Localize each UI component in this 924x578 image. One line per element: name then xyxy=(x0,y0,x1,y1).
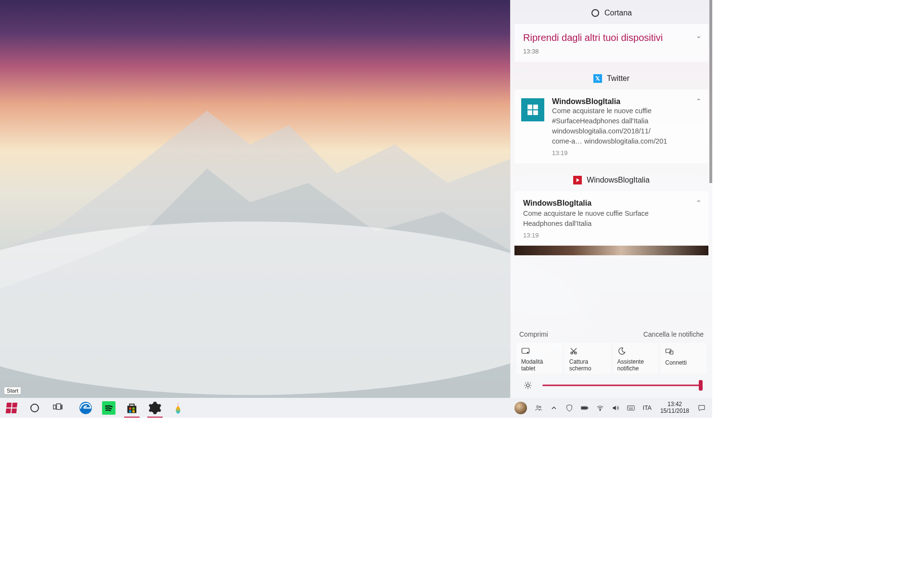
tweet-sender: WindowsBlogItalia xyxy=(552,97,700,106)
clock-date: 15/11/2018 xyxy=(660,408,689,415)
action-center-button[interactable] xyxy=(694,398,709,418)
cortana-notification[interactable]: ⌄ Riprendi dagli altri tuoi dispositivi … xyxy=(514,24,708,62)
wifi-tray[interactable] xyxy=(592,398,608,418)
edge-app[interactable] xyxy=(74,398,97,418)
connect-tile[interactable]: Connetti xyxy=(660,343,706,374)
svg-point-26 xyxy=(600,409,601,410)
svg-point-22 xyxy=(539,406,541,407)
twitter-label: Twitter xyxy=(607,74,629,83)
svg-rect-12 xyxy=(53,405,56,409)
taskbar: ITA 13:42 15/11/2018 xyxy=(0,398,712,418)
paint3d-icon xyxy=(171,401,185,415)
svg-rect-25 xyxy=(582,407,587,409)
start-tooltip: Start xyxy=(4,387,21,394)
clear-notifications-button[interactable]: Cancella le notifiche xyxy=(643,330,704,338)
wbi-icon xyxy=(573,176,582,184)
moon-icon xyxy=(617,347,654,355)
language-text: ITA xyxy=(642,405,652,411)
people-icon xyxy=(535,404,542,412)
desktop: Start Cortana ⌄ Riprendi dagli altri tuo… xyxy=(0,0,712,418)
brightness-slider-row xyxy=(516,374,706,393)
tablet-icon xyxy=(521,347,558,355)
wbi-thumbnail xyxy=(514,246,708,255)
input-indicator-tray[interactable] xyxy=(623,398,639,418)
cortana-notification-title: Riprendi dagli altri tuoi dispositivi xyxy=(523,32,700,44)
security-tray[interactable] xyxy=(562,398,577,418)
tweet-time: 13:19 xyxy=(552,149,700,157)
task-view-button[interactable] xyxy=(46,398,69,418)
chevron-down-icon[interactable]: ⌄ xyxy=(696,32,702,39)
svg-rect-14 xyxy=(62,405,63,409)
brightness-thumb[interactable] xyxy=(699,380,703,391)
svg-point-0 xyxy=(0,222,587,395)
cortana-notification-time: 13:38 xyxy=(523,48,700,55)
volume-tray[interactable] xyxy=(608,398,623,418)
snip-icon xyxy=(569,347,606,355)
svg-rect-4 xyxy=(533,110,538,115)
wbi-group-header[interactable]: WindowsBlogItalia xyxy=(514,167,708,191)
svg-rect-13 xyxy=(57,404,61,409)
twitter-group-header[interactable]: 𝕏 Twitter xyxy=(514,66,708,90)
cortana-icon xyxy=(591,9,600,17)
brightness-icon xyxy=(520,381,536,390)
quick-actions: Modalità tablet Cattura schermo Assisten… xyxy=(516,343,706,374)
svg-rect-18 xyxy=(132,407,135,409)
wbi-time: 13:19 xyxy=(523,232,700,239)
settings-app[interactable] xyxy=(143,398,167,418)
edge-icon xyxy=(79,401,92,415)
wbi-notification[interactable]: ⌃ WindowsBlogItalia Come acquistare le n… xyxy=(514,191,708,255)
brightness-slider[interactable] xyxy=(542,380,703,391)
chevron-up-icon[interactable]: ⌃ xyxy=(696,199,702,207)
battery-tray[interactable] xyxy=(577,398,592,418)
cortana-group-header[interactable]: Cortana xyxy=(514,0,708,24)
svg-rect-20 xyxy=(132,410,135,412)
avatar-icon xyxy=(514,402,527,414)
svg-point-21 xyxy=(537,406,539,407)
user-avatar[interactable] xyxy=(511,398,531,418)
store-icon xyxy=(125,401,139,415)
svg-rect-17 xyxy=(129,407,131,409)
store-app[interactable] xyxy=(120,398,143,418)
cortana-label: Cortana xyxy=(604,9,632,17)
collapse-button[interactable]: Comprimi xyxy=(519,330,548,338)
cortana-icon xyxy=(30,404,39,412)
wbi-label: WindowsBlogItalia xyxy=(587,176,650,184)
tweet-body: Come acquistare le nuove cuffie #Surface… xyxy=(552,106,700,146)
language-indicator[interactable]: ITA xyxy=(639,398,655,418)
task-view-icon xyxy=(53,403,63,412)
chevron-up-icon[interactable]: ⌃ xyxy=(696,97,702,105)
svg-point-11 xyxy=(526,384,529,387)
svg-rect-1 xyxy=(527,105,532,109)
connect-icon xyxy=(665,347,702,356)
spotify-icon xyxy=(102,401,116,415)
tray-overflow-button[interactable] xyxy=(546,398,562,418)
clock-time: 13:42 xyxy=(667,401,682,408)
action-center-scrollbar[interactable] xyxy=(709,0,712,183)
start-button[interactable] xyxy=(0,398,23,418)
keyboard-icon xyxy=(627,404,635,412)
tablet-mode-tile[interactable]: Modalità tablet xyxy=(516,343,563,374)
screen-snip-tile[interactable]: Cattura schermo xyxy=(565,343,611,374)
svg-point-6 xyxy=(527,352,528,353)
battery-icon xyxy=(581,404,589,412)
gear-icon xyxy=(148,401,162,415)
twitter-icon: 𝕏 xyxy=(593,74,602,83)
chevron-up-icon xyxy=(550,404,558,412)
focus-assist-tile[interactable]: Assistente notifiche xyxy=(613,343,659,374)
wbi-body: Come acquistare le nuove cuffie Surface … xyxy=(523,209,700,229)
svg-rect-24 xyxy=(588,407,588,408)
action-center: Cortana ⌄ Riprendi dagli altri tuoi disp… xyxy=(510,0,712,398)
people-button[interactable] xyxy=(531,398,546,418)
cortana-button[interactable] xyxy=(23,398,46,418)
spotify-app[interactable] xyxy=(97,398,120,418)
notifications-icon xyxy=(698,404,706,412)
windows-icon xyxy=(6,403,17,413)
clock[interactable]: 13:42 15/11/2018 xyxy=(655,398,694,418)
twitter-notification[interactable]: ⌃ WindowsBlogItalia Come acquistare le n… xyxy=(514,90,708,163)
svg-rect-3 xyxy=(527,110,532,115)
wifi-icon xyxy=(596,404,604,412)
paint3d-app[interactable] xyxy=(167,398,190,418)
svg-rect-2 xyxy=(533,105,538,109)
twitter-app-avatar xyxy=(521,98,544,121)
speaker-icon xyxy=(612,404,619,412)
